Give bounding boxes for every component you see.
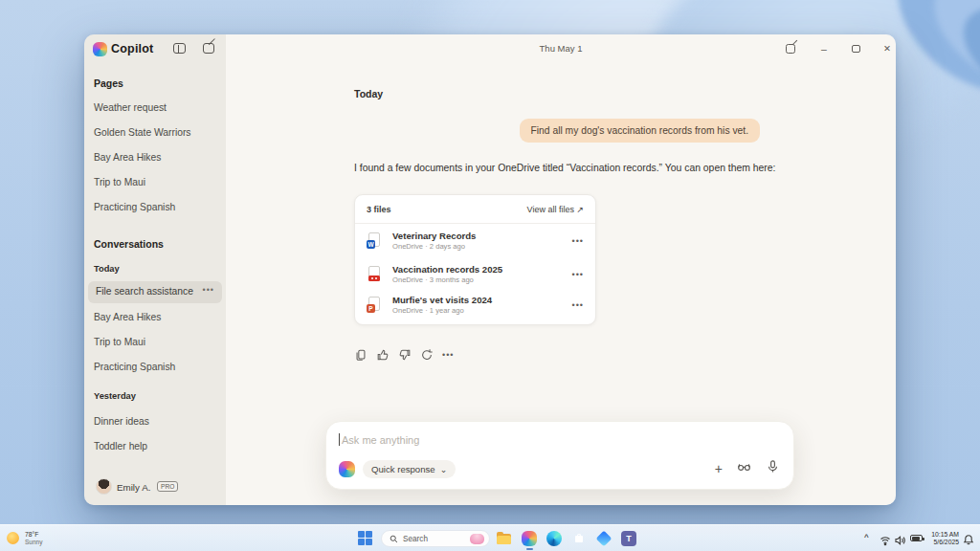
user-name[interactable]: Emily A.: [117, 482, 150, 493]
response-actions: •••: [354, 348, 454, 362]
yesterday-subheader: Yesterday: [94, 391, 136, 401]
selected-conversation-label: File search assistance: [96, 286, 193, 297]
sidebar-item-file-search-assistance[interactable]: File search assistance •••: [88, 281, 222, 303]
thumbs-down-icon[interactable]: [398, 348, 412, 362]
sidebar-item-dinner-ideas[interactable]: Dinner ideas: [94, 416, 149, 427]
sidebar-toggle-button[interactable]: [173, 42, 187, 55]
file-name[interactable]: Veterinary Records: [392, 231, 572, 241]
composer-placeholder[interactable]: Ask me anything: [342, 434, 419, 446]
file-row[interactable]: Vaccination records 2025 OneDrive · 3 mo…: [355, 257, 595, 291]
active-app-indicator: [526, 548, 533, 550]
sidebar-item-bay-area-hikes[interactable]: Bay Area Hikes: [94, 152, 161, 163]
thumbs-up-icon[interactable]: [376, 348, 390, 362]
taskbar: 78°F Sunny Search T ^: [0, 524, 980, 551]
file-row[interactable]: W Veterinary Records OneDrive · 2 days a…: [355, 224, 595, 257]
close-button[interactable]: ✕: [880, 42, 894, 55]
avatar[interactable]: [96, 478, 112, 495]
chat-date-divider: Today: [354, 88, 383, 99]
tray-time: 10:15 AM: [924, 531, 959, 539]
file-more-icon[interactable]: •••: [572, 270, 584, 279]
sidebar-item-trip-to-maui-convo[interactable]: Trip to Maui: [94, 337, 145, 347]
sidebar-item-practicing-spanish[interactable]: Practicing Spanish: [94, 202, 175, 212]
desktop: Copilot Pages Weather request Golden Sta…: [0, 0, 980, 551]
copy-icon[interactable]: [354, 348, 368, 362]
today-subheader: Today: [94, 264, 120, 274]
file-count-label: 3 files: [367, 205, 391, 214]
copilot-logo-icon: [339, 461, 355, 477]
file-more-icon[interactable]: •••: [572, 300, 584, 310]
share-button[interactable]: [785, 42, 798, 55]
weather-sun-icon: [7, 532, 19, 544]
composer[interactable]: Ask me anything Quick response ⌄ +: [325, 421, 794, 490]
minimize-button[interactable]: –: [817, 42, 831, 55]
sidebar-item-golden-state-warriors[interactable]: Golden State Warriors: [94, 127, 190, 138]
search-icon: [390, 535, 398, 543]
wifi-icon[interactable]: [880, 533, 891, 544]
start-button[interactable]: [358, 531, 373, 546]
app-title: Copilot: [111, 42, 153, 55]
mic-icon[interactable]: [766, 459, 780, 477]
maximize-icon: [852, 45, 860, 53]
notification-bell-icon[interactable]: [963, 532, 974, 543]
user-message-bubble: Find all my dog's vaccination records fr…: [520, 119, 760, 143]
teams-icon[interactable]: T: [621, 531, 636, 546]
sidebar: Copilot Pages Weather request Golden Sta…: [84, 34, 226, 505]
file-meta: OneDrive · 1 year ago: [392, 306, 572, 315]
taskbar-copilot-icon[interactable]: [522, 531, 537, 546]
response-mode-dropdown[interactable]: Quick response ⌄: [363, 460, 456, 478]
search-highlight-image[interactable]: [470, 534, 484, 544]
edge-icon[interactable]: [546, 531, 562, 546]
share-icon: [786, 44, 795, 54]
file-explorer-icon[interactable]: [497, 531, 512, 546]
file-more-icon[interactable]: •••: [572, 236, 584, 246]
file-meta: OneDrive · 3 months ago: [392, 276, 572, 284]
new-chat-button[interactable]: [203, 42, 216, 55]
maximize-button[interactable]: [850, 42, 863, 55]
sidebar-toggle-icon: [173, 43, 186, 54]
file-row[interactable]: P Murfie's vet visits 2024 OneDrive · 1 …: [355, 291, 595, 324]
view-all-files-link[interactable]: View all files ↗: [527, 205, 584, 214]
search-placeholder: Search: [403, 535, 470, 543]
more-actions-icon[interactable]: •••: [442, 348, 454, 362]
vision-glasses-icon[interactable]: [737, 459, 751, 477]
attach-plus-icon[interactable]: +: [715, 461, 723, 476]
volume-icon[interactable]: [894, 533, 905, 544]
sidebar-item-weather-request[interactable]: Weather request: [94, 102, 167, 113]
pdf-doc-icon: [367, 266, 383, 282]
sidebar-item-practicing-spanish-convo[interactable]: Practicing Spanish: [94, 362, 175, 372]
tray-chevron-icon[interactable]: ^: [864, 533, 869, 541]
file-card-header: 3 files View all files ↗: [355, 195, 595, 224]
conversation-more-icon[interactable]: •••: [203, 285, 214, 295]
word-doc-icon: W: [367, 232, 383, 249]
microsoft-365-copilot-icon[interactable]: [596, 531, 612, 546]
pages-header: Pages: [94, 77, 123, 89]
external-link-icon: ↗: [576, 205, 584, 214]
weather-temperature[interactable]: 78°F: [25, 531, 38, 538]
sidebar-item-bay-area-hikes-convo[interactable]: Bay Area Hikes: [94, 312, 161, 322]
weather-condition: Sunny: [25, 539, 42, 545]
sidebar-item-trip-to-maui[interactable]: Trip to Maui: [94, 177, 145, 187]
tray-date: 5/6/2025: [924, 539, 959, 546]
file-meta: OneDrive · 2 days ago: [392, 242, 572, 251]
powerpoint-doc-icon: P: [367, 297, 383, 313]
regenerate-icon[interactable]: [420, 348, 434, 362]
file-name[interactable]: Vaccination records 2025: [392, 264, 572, 275]
text-cursor: [339, 433, 340, 446]
copilot-app-window: Copilot Pages Weather request Golden Sta…: [84, 34, 896, 505]
battery-icon[interactable]: [910, 535, 923, 541]
conversations-header: Conversations: [94, 238, 164, 250]
file-results-card: 3 files View all files ↗ W Veterinary Re…: [354, 194, 596, 325]
pro-badge: PRO: [157, 481, 178, 492]
copilot-logo-icon: [93, 42, 107, 56]
tray-clock[interactable]: 10:15 AM 5/6/2025: [924, 531, 959, 546]
main-content: Thu May 1 – ✕ Today Find all my dog's va…: [226, 34, 896, 505]
search-input[interactable]: Search: [381, 530, 490, 547]
sidebar-item-toddler-help[interactable]: Toddler help: [94, 441, 147, 452]
chevron-down-icon: ⌄: [440, 465, 448, 474]
file-name[interactable]: Murfie's vet visits 2024: [392, 295, 572, 305]
assistant-message: I found a few documents in your OneDrive…: [354, 163, 776, 173]
